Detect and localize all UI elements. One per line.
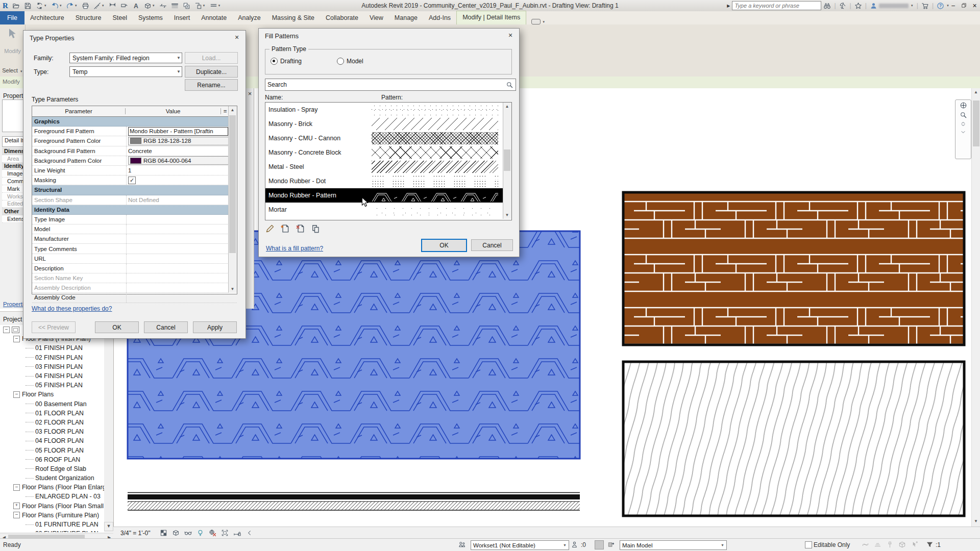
ok-button[interactable]: OK [421,239,467,252]
print-button[interactable] [80,1,91,11]
select-panel-label[interactable]: Select ▼ [0,67,25,73]
value-editbox[interactable]: Mondo Rubber - Pattern [Draftin [128,127,228,136]
palette-close-icon[interactable]: × [246,90,254,98]
tree-scroll-down-icon[interactable]: ▼ [104,522,113,531]
infocenter-expand-icon[interactable]: ▶ [727,4,730,8]
family-dropdown[interactable]: System Family: Filled region▼ [69,53,182,63]
preview-button[interactable]: << Preview [32,321,76,333]
signed-in-user-button[interactable]: ▼ [870,2,914,10]
tree-toggle-icon[interactable]: – [13,336,20,342]
tag-by-category-button[interactable] [119,1,130,11]
parameter-column-header[interactable]: Parameter [32,108,126,114]
tab-manage[interactable]: Manage [389,11,423,24]
tree-item-label[interactable]: 03 FLOOR PLAN [35,428,84,435]
tree-item[interactable]: 02 FINISH PLAN [0,353,104,362]
properties-help-link[interactable]: What do these properties do? [32,305,112,312]
tree-item-label[interactable]: 06 ROOF PLAN [35,456,80,463]
parameter-row[interactable]: Assembly Description [32,283,237,293]
ok-button[interactable]: OK [95,321,139,333]
tree-item[interactable]: –Floor Plans (Furniture Plan) [0,511,104,520]
tree-item-label[interactable]: Floor Plans (Furniture Plan) [22,512,99,519]
fill-pattern-row[interactable]: Mondo Rubber - Dot [265,174,511,188]
visual-style-button[interactable] [170,528,182,538]
tree-item-label[interactable]: 05 FINISH PLAN [35,382,83,389]
tree-item[interactable]: Roof Edge of Slab [0,464,104,473]
parameter-row[interactable]: Manufacturer [32,234,237,244]
list-scrollbar[interactable]: ▲ ▼ [503,103,511,219]
search-input[interactable] [732,1,821,10]
duplicate-button[interactable]: Duplicate... [185,66,238,78]
scrollbar-thumb[interactable] [504,149,510,171]
thin-lines-button[interactable] [169,1,180,11]
dialog-title-bar[interactable]: Type Properties × [23,31,246,45]
redo-button[interactable]: ▼ [65,1,79,11]
parameter-row[interactable]: Type Comments [32,244,237,254]
fill-pattern-row[interactable]: Masonry - Brick [265,117,511,131]
tree-toggle-icon[interactable]: – [13,484,20,491]
restore-button[interactable] [959,0,969,11]
tree-item[interactable]: –Floor Plans [0,390,104,399]
edit-pattern-button[interactable] [265,223,275,235]
tree-item-label[interactable]: 05 FLOOR PLAN [35,447,84,454]
fill-pattern-row[interactable]: Masonry - Concrete Block [265,145,511,160]
properties-help-link[interactable]: Properti [3,301,23,307]
parameter-row[interactable]: Type Image [32,215,237,224]
editable-only-checkbox[interactable] [805,541,812,548]
active-design-option-icon[interactable] [607,541,615,548]
rename-button[interactable]: Rename... [185,79,238,91]
zoom-icon[interactable] [960,111,967,119]
apply-button[interactable]: Apply [193,321,237,333]
cancel-button[interactable]: Cancel [471,239,513,251]
tree-item[interactable]: 01 FURNITURE PLAN [0,520,104,529]
close-button[interactable]: × [969,0,980,11]
revit-logo[interactable]: R [1,1,10,11]
scroll-up-icon[interactable]: ▲ [229,106,236,114]
select-underlay-elements-toggle[interactable] [874,541,881,550]
tab-structure[interactable]: Structure [70,11,107,24]
view-scale-button[interactable]: 3/4" = 1'-0" [120,530,151,537]
close-icon[interactable]: × [506,31,515,40]
worksets-icon[interactable] [458,541,466,548]
modify-button-label[interactable]: Modify [0,48,25,54]
tree-item-label[interactable]: 00 Basement Plan [35,400,87,408]
scrollbar-thumb[interactable] [973,101,979,146]
app-store-button[interactable] [921,2,929,10]
tab-modify-detail-items[interactable]: Modify | Detail Items [456,11,526,24]
save-button[interactable] [22,1,33,11]
parameter-row[interactable]: Description [32,264,237,273]
color-value-button[interactable]: RGB 128-128-128 [128,137,230,145]
reveal-hidden-elements-button[interactable] [194,528,207,538]
tree-item-label[interactable]: 02 FURNITURE PLAN [35,530,99,532]
select-pinned-elements-toggle[interactable] [886,541,894,550]
tab-annotate[interactable]: Annotate [195,11,232,24]
tree-item-label[interactable]: 01 FINISH PLAN [35,344,83,352]
tab-collaborate[interactable]: Collaborate [320,11,364,24]
scroll-up-icon[interactable]: ▲ [972,89,979,95]
parameter-group-row[interactable]: Structural [32,185,237,195]
table-scrollbar[interactable]: ▲ ▼ [228,106,237,293]
close-icon[interactable]: × [232,33,241,42]
select-links-toggle[interactable] [862,541,869,550]
type-dropdown[interactable]: Temp▼ [69,66,182,77]
drag-elements-on-selection-toggle[interactable] [911,541,918,550]
parameter-row[interactable]: Foreground Pattern ColorRGB 128-128-128 [32,136,237,146]
tab-architecture[interactable]: Architecture [24,11,70,24]
tree-toggle-icon[interactable]: + [13,503,20,509]
canvas-vertical-scrollbar[interactable]: ▲ ▼ [971,88,980,527]
tree-item[interactable]: 01 FINISH PLAN [0,343,104,353]
navbar-options-icon[interactable] [960,129,966,135]
parameter-row[interactable]: Line Weight1 [32,166,237,176]
communication-center-button[interactable] [839,2,847,10]
show-crop-region-button[interactable] [231,528,243,538]
tab-systems[interactable]: Systems [133,11,168,24]
customize-qat-button[interactable]: ▼ [208,1,223,11]
load-button[interactable]: Load... [185,52,238,64]
drafting-radio[interactable]: Drafting [271,58,302,65]
tree-item[interactable]: +Floor Plans (Floor Plan Small S [0,502,104,511]
tab-massing-site[interactable]: Massing & Site [266,11,320,24]
crop-view-button[interactable] [219,528,231,538]
parameter-row[interactable]: Section Name Key [32,273,237,283]
fill-pattern-row[interactable]: Masonry - CMU - Cannon [265,131,511,145]
tree-item[interactable]: 01 FLOOR PLAN [0,409,104,418]
close-hidden-windows-button[interactable] [181,1,192,11]
